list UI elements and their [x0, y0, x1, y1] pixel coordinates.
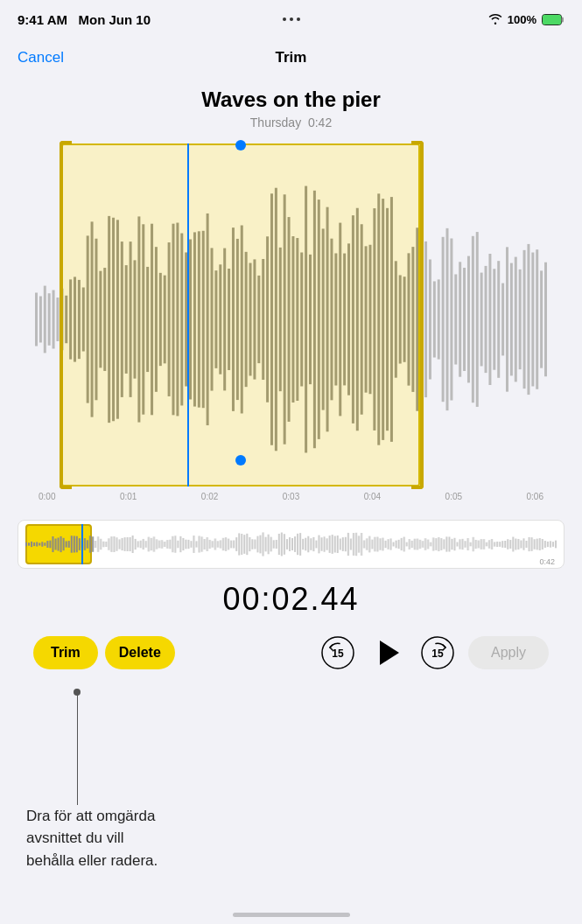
controls-right: 15 15 Apply	[321, 634, 549, 672]
time-label-4: 0:04	[364, 492, 381, 511]
recording-title: Waves on the pier	[0, 88, 582, 112]
scrubber-playhead	[81, 524, 83, 564]
waveform-container[interactable]: 0:00 0:01 0:02 0:03 0:04 0:05 0:06	[35, 144, 547, 511]
skip-forward-icon: 15	[421, 636, 454, 669]
svg-text:15: 15	[431, 648, 444, 660]
time-label-1: 0:01	[120, 492, 137, 511]
skip-forward-button[interactable]: 15	[421, 636, 454, 669]
status-right: 100%	[488, 13, 564, 26]
battery-percentage: 100%	[508, 13, 536, 26]
trim-button[interactable]: Trim	[33, 636, 98, 669]
wifi-icon	[488, 14, 502, 24]
svg-text:15: 15	[332, 648, 344, 660]
svg-rect-1	[543, 15, 561, 24]
nav-title: Trim	[276, 49, 307, 66]
trim-handle-right[interactable]	[411, 141, 424, 489]
controls-bar: Trim Delete 15 15 Appl	[9, 625, 573, 681]
play-button[interactable]	[368, 634, 407, 672]
selection-dot-bottom[interactable]	[235, 455, 246, 466]
time-labels: 0:00 0:01 0:02 0:03 0:04 0:05 0:06	[35, 492, 547, 511]
time-label-6: 0:06	[527, 492, 543, 511]
home-indicator	[233, 913, 350, 917]
time-label-3: 0:03	[283, 492, 299, 511]
nav-bar: Cancel Trim	[0, 38, 582, 77]
selection-overlay[interactable]	[61, 144, 420, 486]
status-time: 9:41 AM Mon Jun 10	[18, 12, 151, 27]
time-label-0: 0:00	[39, 492, 55, 511]
recording-meta: Thursday 0:42	[0, 116, 582, 130]
recording-header: Waves on the pier Thursday 0:42	[0, 77, 582, 135]
apply-button[interactable]: Apply	[468, 636, 549, 669]
play-icon	[380, 640, 399, 665]
delete-button[interactable]: Delete	[105, 636, 175, 669]
selection-dot-top[interactable]	[235, 140, 246, 150]
time-label-2: 0:02	[201, 492, 218, 511]
status-bar: 9:41 AM Mon Jun 10 100%	[0, 0, 582, 38]
controls-left: Trim Delete	[33, 636, 175, 669]
time-label-5: 0:05	[445, 492, 462, 511]
callout-line	[77, 691, 78, 805]
timer-display: 00:02.44	[0, 572, 582, 625]
scrubber-waveform-canvas	[25, 528, 557, 560]
battery-icon	[542, 14, 564, 25]
skip-back-button[interactable]: 15	[321, 636, 354, 669]
cancel-button[interactable]: Cancel	[18, 49, 64, 66]
trim-handle-left[interactable]	[60, 141, 72, 489]
callout-annotation: Dra för att omgärda avsnittet du vill be…	[26, 805, 556, 872]
callout-text: Dra för att omgärda avsnittet du vill be…	[26, 805, 556, 872]
skip-back-icon: 15	[321, 636, 354, 669]
svg-rect-2	[562, 17, 564, 22]
playhead	[187, 144, 189, 486]
scrubber-container[interactable]: 0:00 0:42	[18, 520, 564, 569]
status-dots	[283, 18, 300, 21]
